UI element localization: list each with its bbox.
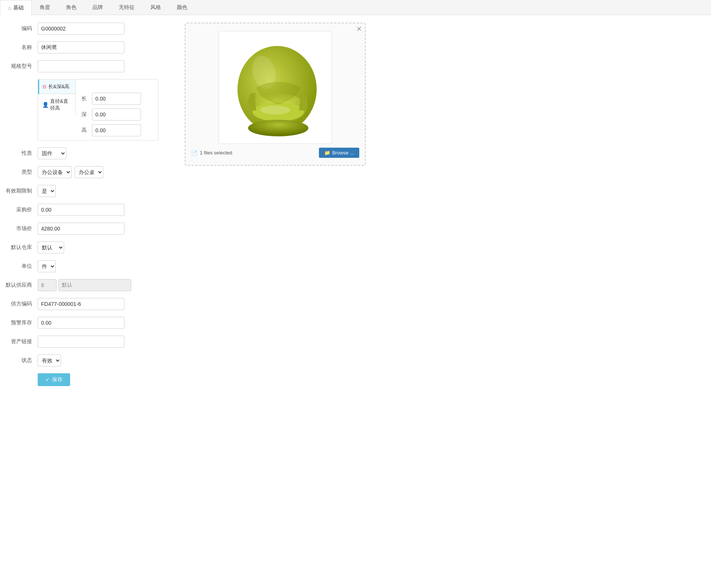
market-price-input[interactable] (38, 223, 124, 235)
property-row: 性质 固件 软件 消耗品 (4, 147, 173, 159)
unit-label: 单位 (4, 263, 38, 270)
spec-row: 规格型号 (4, 60, 173, 72)
supplier-label: 默认供应商 (4, 282, 38, 289)
spec-input[interactable] (38, 60, 124, 72)
files-selected: 📄 1 files selected (191, 150, 232, 156)
dim-tab-length-depth-height[interactable]: ✿ 长&深&高 (38, 79, 76, 94)
svg-point-5 (260, 105, 290, 115)
market-price-label: 市场价 (4, 225, 38, 232)
supplier-row: 默认供应商 (4, 279, 173, 291)
folder-icon: 📁 (324, 150, 330, 156)
warehouse-select[interactable]: 默认 仓库1 仓库2 (38, 241, 64, 254)
dim-tab1-icon: ✿ (42, 84, 47, 90)
code-input[interactable] (38, 23, 124, 35)
type-row: 类型 办公设备 家具 电器 办公桌 椅子 沙发 (4, 166, 173, 178)
status-label: 状态 (4, 357, 38, 364)
tab-color[interactable]: 颜色 (169, 0, 195, 15)
tab-nofeature[interactable]: 无特征 (111, 0, 143, 15)
tab-brand[interactable]: 品牌 (84, 0, 111, 15)
unit-row: 单位 件 个 套 (4, 260, 173, 272)
dim-depth-label: 深 (81, 111, 89, 118)
asset-link-label: 资产链接 (4, 338, 38, 345)
dim-depth-input[interactable] (92, 108, 141, 121)
supplier-inputs (38, 279, 124, 291)
dim-tab-diameter[interactable]: 👤 直径&直径高 (38, 94, 76, 115)
checkmark-icon: ✓ (45, 377, 50, 383)
asset-link-row: 资产链接 (4, 336, 173, 348)
tab-character[interactable]: 角色 (58, 0, 84, 15)
validity-row: 有效期限制 是 否 (4, 185, 173, 197)
supplier-code-row: 供方编码 (4, 298, 173, 310)
purchase-price-row: 采购价 (4, 204, 173, 216)
tab-angle[interactable]: 角度 (32, 0, 58, 15)
warehouse-row: 默认仓库 默认 仓库1 仓库2 (4, 241, 173, 254)
save-section: ✓ 保存 (38, 373, 173, 386)
type-select2[interactable]: 办公桌 椅子 沙发 (75, 166, 103, 178)
status-select[interactable]: 有效 无效 (38, 354, 61, 367)
warning-stock-row: 预警库存 (4, 317, 173, 329)
code-row: 编码 (4, 23, 173, 35)
left-panel: 编码 名称 规格型号 ✿ 长&深&高 (4, 23, 173, 386)
chair-svg (222, 35, 328, 140)
validity-select[interactable]: 是 否 (38, 185, 56, 197)
unit-select[interactable]: 件 个 套 (38, 260, 56, 272)
supplier-code-input[interactable] (38, 298, 124, 310)
save-button[interactable]: ✓ 保存 (38, 373, 70, 386)
dim-length-input[interactable] (92, 93, 141, 105)
dim-tab1-row: ✿ 长&深&高 (38, 79, 158, 94)
file-icon: 📄 (191, 150, 198, 156)
warning-stock-input[interactable] (38, 317, 124, 329)
code-label: 编码 (4, 25, 38, 32)
property-select[interactable]: 固件 软件 消耗品 (38, 147, 66, 159)
property-label: 性质 (4, 150, 38, 157)
svg-point-3 (248, 120, 308, 136)
upload-container: ✕ (185, 23, 366, 166)
image-preview (219, 31, 332, 144)
supplier-id-input[interactable] (38, 279, 57, 291)
browse-button[interactable]: 📁 Browse ... (319, 148, 359, 158)
type-label: 类型 (4, 169, 38, 176)
home-icon: ⌂ (8, 5, 11, 11)
status-row: 状态 有效 无效 (4, 354, 173, 367)
tab-basic[interactable]: ⌂ 基础 (0, 0, 32, 15)
purchase-price-label: 采购价 (4, 206, 38, 213)
dim-tab2-icon: 👤 (42, 102, 49, 108)
upload-footer: 📄 1 files selected 📁 Browse ... (189, 148, 361, 158)
tab-bar: ⌂ 基础 角度 角色 品牌 无特征 风格 颜色 (0, 0, 711, 15)
right-panel: ✕ (185, 23, 707, 386)
name-row: 名称 (4, 41, 173, 53)
asset-link-input[interactable] (38, 336, 124, 348)
validity-label: 有效期限制 (4, 188, 38, 194)
dim-length-label: 长 (81, 95, 89, 102)
dimensions-section: ✿ 长&深&高 👤 直径&直径高 长 (4, 79, 173, 141)
dim-height-label: 高 (81, 127, 89, 134)
supplier-code-label: 供方编码 (4, 301, 38, 307)
type-select1[interactable]: 办公设备 家具 电器 (38, 166, 72, 178)
market-price-row: 市场价 (4, 223, 173, 235)
purchase-price-input[interactable] (38, 204, 124, 216)
warehouse-label: 默认仓库 (4, 244, 38, 251)
dimensions-box: ✿ 长&深&高 👤 直径&直径高 长 (38, 79, 158, 141)
upload-close-button[interactable]: ✕ (356, 26, 362, 32)
warning-stock-label: 预警库存 (4, 319, 38, 326)
supplier-name-input[interactable] (58, 279, 131, 291)
dim-height-input[interactable] (92, 124, 141, 136)
main-content: 编码 名称 规格型号 ✿ 长&深&高 (0, 15, 711, 394)
name-input[interactable] (38, 41, 124, 53)
spec-label: 规格型号 (4, 63, 38, 70)
dim-height-row: 高 (81, 124, 154, 136)
tab-style[interactable]: 风格 (143, 0, 169, 15)
name-label: 名称 (4, 44, 38, 51)
